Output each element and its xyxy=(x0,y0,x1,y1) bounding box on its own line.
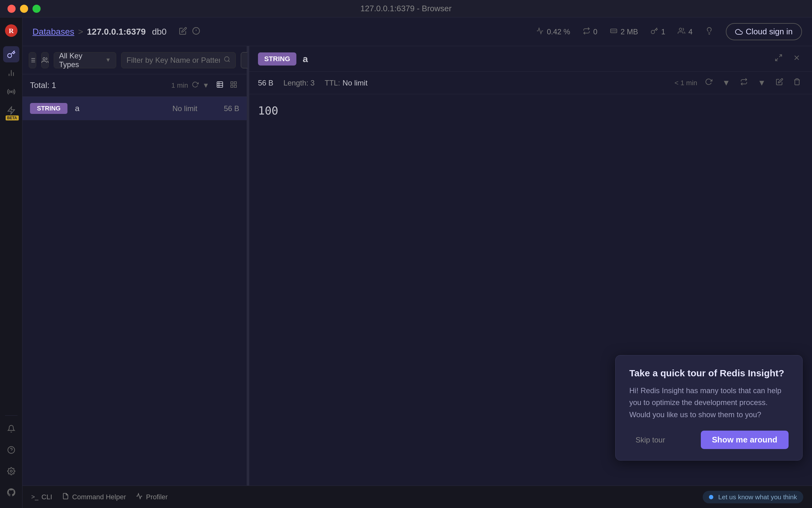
sidebar-item-settings[interactable] xyxy=(3,463,20,479)
list-view-button[interactable] xyxy=(29,52,36,68)
sidebar-item-pubsub[interactable] xyxy=(3,84,20,100)
sidebar-item-functions[interactable]: BETA xyxy=(3,102,20,119)
svg-line-39 xyxy=(775,58,778,61)
refresh-dropdown-icon[interactable]: ▼ xyxy=(720,76,733,90)
svg-line-29 xyxy=(228,60,230,62)
app-logo[interactable]: R xyxy=(3,23,20,39)
tree-view-button[interactable] xyxy=(41,52,49,68)
traffic-lights xyxy=(7,5,41,13)
beta-badge: BETA xyxy=(6,116,19,120)
tour-popup: Take a quick tour of Redis Insight? Hi! … xyxy=(615,355,803,461)
refresh-icon[interactable] xyxy=(192,81,199,90)
memory-icon xyxy=(610,27,617,37)
table-view-button[interactable] xyxy=(214,79,226,92)
profiler-button[interactable]: Profiler xyxy=(136,493,168,501)
cli-button[interactable]: >_ CLI xyxy=(31,493,52,501)
view-toggle xyxy=(214,79,239,92)
svg-text:R: R xyxy=(9,27,14,35)
memory-value: 2 MB xyxy=(621,28,638,36)
key-detail-name: a xyxy=(303,54,766,64)
bottom-bar: >_ CLI Command Helper Profiler xyxy=(23,485,812,508)
app-body: R BETA xyxy=(0,17,812,508)
command-helper-button[interactable]: Command Helper xyxy=(62,493,126,501)
sidebar-item-help[interactable] xyxy=(3,442,20,458)
svg-marker-6 xyxy=(8,107,14,114)
info-icon[interactable] xyxy=(192,27,200,37)
table-row[interactable]: STRING a No limit 56 B xyxy=(23,97,247,120)
size-detail: 56 B xyxy=(258,79,273,87)
ttl-label: TTL: xyxy=(324,79,340,87)
key-size-value: 56 B xyxy=(258,79,273,87)
connections-value: 0 xyxy=(593,28,597,36)
fullscreen-icon[interactable] xyxy=(772,51,785,67)
key-detail-type-badge: STRING xyxy=(258,52,296,66)
compact-view-button[interactable] xyxy=(228,79,239,92)
sidebar-item-analytics[interactable] xyxy=(3,65,20,81)
cpu-value: 0.42 % xyxy=(547,28,570,36)
keys-value: 1 xyxy=(661,28,665,36)
tour-actions: Skip tour Show me around xyxy=(629,431,788,449)
detail-refresh-age: < 1 min xyxy=(674,79,697,87)
edit-value-icon[interactable] xyxy=(773,76,786,90)
command-helper-label: Command Helper xyxy=(72,493,126,501)
svg-rect-37 xyxy=(231,85,233,87)
clients-stat: 4 xyxy=(678,27,692,37)
browser-area: All Key Types ▼ xyxy=(23,46,812,485)
key-search-input[interactable] xyxy=(126,56,220,65)
show-around-button[interactable]: Show me around xyxy=(701,431,788,449)
key-type-badge: STRING xyxy=(30,103,68,114)
key-size: 56 B xyxy=(214,104,239,113)
svg-rect-30 xyxy=(217,82,223,87)
feedback-label: Let us know what you think xyxy=(718,493,797,501)
sidebar-item-github[interactable] xyxy=(3,484,20,501)
tips-icon[interactable] xyxy=(705,27,713,37)
sidebar: R BETA xyxy=(0,17,23,508)
refresh-value-icon[interactable] xyxy=(702,76,715,90)
title-bar: 127.0.0.1:6379 - Browser xyxy=(0,0,812,17)
breadcrumb-databases-link[interactable]: Databases xyxy=(33,27,74,37)
length-detail: Length: 3 xyxy=(283,79,314,87)
key-detail-header: STRING a xyxy=(249,46,812,72)
maximize-window-button[interactable] xyxy=(33,5,41,13)
svg-line-38 xyxy=(779,55,782,57)
dropdown-icon[interactable]: ▼ xyxy=(755,76,768,90)
memory-stat: 2 MB xyxy=(610,27,638,37)
detail-actions: < 1 min ▼ ▼ xyxy=(674,76,803,90)
refresh-dropdown-icon[interactable]: ▼ xyxy=(202,81,209,90)
connections-stat: 0 xyxy=(583,27,597,37)
svg-rect-34 xyxy=(231,82,233,84)
copy-value-icon[interactable] xyxy=(738,76,750,90)
header-icons xyxy=(179,27,200,37)
svg-point-28 xyxy=(225,56,229,61)
cli-label: CLI xyxy=(42,493,52,501)
breadcrumb-db: db0 xyxy=(152,27,167,37)
key-browser-toolbar: All Key Types ▼ xyxy=(23,46,247,74)
key-ttl: No limit xyxy=(163,104,207,113)
skip-tour-button[interactable]: Skip tour xyxy=(629,432,671,448)
delete-value-icon[interactable] xyxy=(791,76,803,90)
feedback-dot xyxy=(709,495,713,499)
keys-stat: 1 xyxy=(651,27,665,37)
sidebar-item-notifications[interactable] xyxy=(3,421,20,437)
minimize-window-button[interactable] xyxy=(20,5,28,13)
close-window-button[interactable] xyxy=(7,5,15,13)
sidebar-item-keys[interactable] xyxy=(3,46,20,62)
cloud-sign-in-button[interactable]: Cloud sign in xyxy=(726,23,802,40)
sidebar-bottom xyxy=(3,413,20,503)
total-keys-label: Total: 1 xyxy=(30,81,56,90)
right-panel: STRING a xyxy=(249,46,812,485)
refresh-age: 1 min xyxy=(171,81,188,90)
search-icon[interactable] xyxy=(224,56,230,65)
edit-connection-icon[interactable] xyxy=(179,27,187,37)
feedback-bar[interactable]: Let us know what you think xyxy=(703,491,803,503)
key-type-filter-select[interactable]: All Key Types ▼ xyxy=(54,52,116,68)
length-label: Length: 3 xyxy=(283,79,314,87)
svg-point-9 xyxy=(10,470,12,472)
breadcrumb-separator: > xyxy=(78,27,83,37)
tour-body: Hi! Redis Insight has many tools that ca… xyxy=(629,385,788,421)
header-stats: 0.42 % 0 2 MB xyxy=(536,23,802,40)
profiler-icon xyxy=(136,493,143,501)
close-panel-icon[interactable] xyxy=(790,51,803,67)
tour-title: Take a quick tour of Redis Insight? xyxy=(629,368,788,379)
svg-point-27 xyxy=(43,57,45,59)
